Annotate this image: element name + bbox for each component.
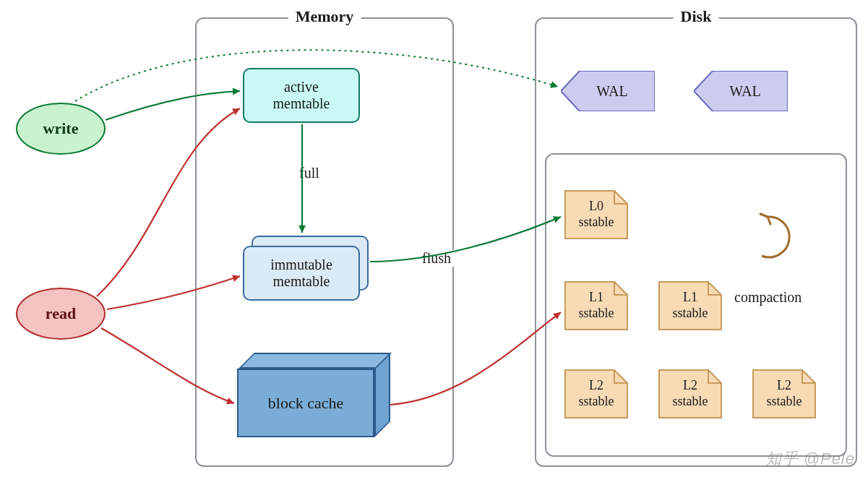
wal-1-label: WAL: [561, 71, 655, 111]
watermark: 知乎 @Pele: [765, 448, 855, 470]
sstable-l1b-label: L1 sstable: [658, 280, 723, 331]
sstable-l0: L0 sstable: [564, 189, 629, 240]
wal-1: WAL: [561, 71, 655, 111]
sstable-l1b: L1 sstable: [658, 280, 723, 331]
compaction-label: compaction: [734, 289, 802, 306]
sstable-l2c: L2 sstable: [752, 369, 817, 419]
sstable-l2c-label: L2 sstable: [752, 369, 817, 419]
sstable-l0-label: L0 sstable: [564, 189, 629, 240]
write-node: write: [16, 103, 106, 155]
disk-panel-title: Disk: [674, 7, 719, 26]
active-memtable: active memtable: [243, 68, 360, 123]
sstable-l1a: L1 sstable: [564, 280, 629, 331]
read-label: read: [46, 304, 76, 323]
memory-panel-title: Memory: [288, 7, 361, 26]
edge-label-flush: flush: [419, 250, 454, 267]
block-cache-label: block cache: [268, 394, 343, 413]
sstable-l2b-label: L2 sstable: [658, 369, 723, 419]
edge-label-full: full: [296, 165, 322, 181]
write-label: write: [43, 119, 79, 138]
read-node: read: [16, 288, 106, 340]
sstable-l2b: L2 sstable: [658, 369, 723, 419]
sstable-l1a-label: L1 sstable: [564, 280, 629, 331]
sstable-l2a: L2 sstable: [564, 369, 629, 419]
wal-2: WAL: [694, 71, 788, 111]
active-memtable-label: active memtable: [273, 79, 330, 112]
immutable-memtable: immutable memtable: [243, 246, 360, 301]
sstable-l2a-label: L2 sstable: [564, 369, 629, 419]
wal-2-label: WAL: [694, 71, 788, 111]
immutable-memtable-label: immutable memtable: [270, 257, 332, 290]
